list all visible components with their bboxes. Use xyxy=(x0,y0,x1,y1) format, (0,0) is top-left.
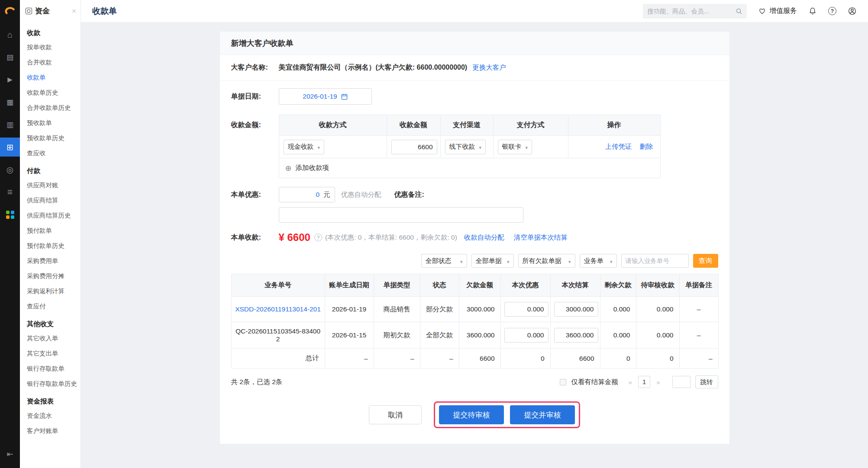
payment-method-select[interactable]: 现金收款 xyxy=(284,140,325,154)
discount-line1: 元 优惠自动分配 优惠备注: xyxy=(279,187,523,202)
sidebar-item[interactable]: 供应商对账 xyxy=(27,178,81,193)
close-icon[interactable] xyxy=(72,7,76,15)
prev-page-button[interactable]: « xyxy=(627,378,633,386)
query-button[interactable]: 查询 xyxy=(693,254,718,268)
total-settle: 6600 xyxy=(550,349,600,369)
biz-no-text: QC-20260115103545-834002 xyxy=(231,322,325,349)
col-header: 本次结算 xyxy=(550,274,600,297)
chevron-down-icon xyxy=(460,257,463,265)
page-jump-input[interactable] xyxy=(672,376,691,388)
cell-remain: 0.000 xyxy=(600,322,636,349)
group-title-reports: 资金报表 xyxy=(27,397,81,406)
module-title: 资金 xyxy=(35,6,50,16)
change-customer-link[interactable]: 更换大客户 xyxy=(472,63,506,72)
sidebar-item-active[interactable]: 收款单 xyxy=(27,70,81,85)
page-number[interactable]: 1 xyxy=(638,376,650,388)
payment-type-select[interactable]: 银联卡 xyxy=(498,140,532,154)
sidebar-item[interactable]: 合并收款单历史 xyxy=(27,100,81,115)
settled-only-label: 仅看有结算金额 xyxy=(571,378,618,387)
logo-swoosh-icon xyxy=(4,5,16,16)
settled-only-checkbox[interactable] xyxy=(560,379,566,385)
settings-icon[interactable] xyxy=(0,183,20,202)
sidebar-item[interactable]: 银行存取款单历史 xyxy=(27,376,81,391)
global-search[interactable] xyxy=(643,4,747,19)
biz-filter-select[interactable]: 业务单 xyxy=(580,254,617,268)
search-icon[interactable] xyxy=(736,8,742,15)
next-page-button[interactable]: » xyxy=(655,378,661,386)
account-button[interactable] xyxy=(848,6,857,16)
document-date-input[interactable]: 2026-01-19 xyxy=(279,88,372,105)
sidebar-item[interactable]: 采购费用单 xyxy=(27,253,81,269)
col-header: 业务单号 xyxy=(231,274,325,297)
add-payment-label: 添加收款项 xyxy=(296,163,329,173)
goods-icon[interactable] xyxy=(0,48,20,67)
module-icon xyxy=(26,8,32,14)
clear-settlement-link[interactable]: 清空单据本次结算 xyxy=(514,233,568,242)
group-title-payments: 付款 xyxy=(27,167,81,176)
sidebar-item[interactable]: 资金流水 xyxy=(27,408,81,423)
sidebar-item[interactable]: 其它支出单 xyxy=(27,346,81,361)
status-filter-select[interactable]: 全部状态 xyxy=(421,254,467,268)
sidebar-item[interactable]: 采购费用分摊 xyxy=(27,269,81,284)
sidebar-item[interactable]: 供应商结算历史 xyxy=(27,208,81,223)
media-icon[interactable] xyxy=(0,70,20,89)
chevron-down-icon xyxy=(318,143,320,151)
debt-filter-select[interactable]: 所有欠款单据 xyxy=(518,254,575,268)
sidebar-item[interactable]: 预收款单 xyxy=(27,115,81,131)
filter-row: 全部状态 全部单据 所有欠款单据 业务单 查询 xyxy=(220,247,729,274)
search-input[interactable] xyxy=(647,8,732,15)
orders-icon[interactable] xyxy=(0,93,20,112)
question-circle-icon[interactable] xyxy=(314,234,322,241)
biz-no-link[interactable]: XSDD-20260119113014-201 xyxy=(235,305,321,313)
analytics-icon[interactable] xyxy=(0,160,20,179)
row-settle-input[interactable] xyxy=(554,302,598,317)
home-icon[interactable] xyxy=(0,25,20,44)
sidebar-item[interactable]: 合并收款 xyxy=(27,55,81,70)
auto-allocate-link[interactable]: 收款自动分配 xyxy=(464,233,504,242)
row-settle-input[interactable] xyxy=(554,328,598,343)
sidebar-item[interactable]: 供应商结算 xyxy=(27,193,81,208)
cell-pending: 0.000 xyxy=(636,297,679,322)
payment-amount-input[interactable] xyxy=(391,140,437,154)
page-jump-button[interactable]: 跳转 xyxy=(695,375,718,388)
discount-amount-input[interactable] xyxy=(284,191,324,199)
sidebar-item[interactable]: 查应收 xyxy=(27,146,81,161)
col-header: 单据备注 xyxy=(679,274,718,297)
add-payment-button[interactable]: 添加收款项 xyxy=(284,163,656,173)
upload-voucher-link[interactable]: 上传凭证 xyxy=(605,142,632,151)
sidebar-item[interactable]: 预付款单 xyxy=(27,223,81,238)
notifications-button[interactable] xyxy=(808,7,817,16)
col-header: 剩余欠款 xyxy=(600,274,636,297)
payment-channel-select[interactable]: 线下收款 xyxy=(445,140,486,154)
col-header: 状态 xyxy=(420,274,459,297)
sidebar-item[interactable]: 银行存取款单 xyxy=(27,361,81,376)
bell-icon xyxy=(808,7,817,16)
table-row: XSDD-20260119113014-201 2026-01-19 商品销售 … xyxy=(231,297,718,322)
biz-no-input[interactable] xyxy=(621,254,689,268)
row-discount-input[interactable] xyxy=(504,328,549,343)
sidebar-item[interactable]: 按单收款 xyxy=(27,40,81,55)
delete-link[interactable]: 删除 xyxy=(640,142,653,151)
sidebar-item[interactable]: 预付款单历史 xyxy=(27,238,81,253)
discount-remark-input[interactable] xyxy=(279,207,523,223)
total-discount: 0 xyxy=(500,349,550,369)
help-icon[interactable] xyxy=(828,7,836,15)
sidebar-item[interactable]: 查应付 xyxy=(27,299,81,314)
row-discount-input[interactable] xyxy=(504,302,549,317)
table-footer: 共 2条，已选 2条 仅看有结算金额 « 1 » 跳转 xyxy=(231,369,718,395)
collapse-icon[interactable] xyxy=(0,445,20,464)
cancel-button[interactable]: 取消 xyxy=(369,405,422,424)
sidebar-item[interactable]: 采购返利计算 xyxy=(27,284,81,299)
sidebar-item[interactable]: 其它收入单 xyxy=(27,331,81,346)
sidebar-item[interactable]: 收款单历史 xyxy=(27,85,81,100)
sidebar-item[interactable]: 预收款单历史 xyxy=(27,131,81,146)
value-added-services-button[interactable]: 增值服务 xyxy=(758,6,797,16)
submit-pending-button[interactable]: 提交待审核 xyxy=(439,405,504,424)
sidebar-item[interactable]: 客户对账单 xyxy=(27,423,81,439)
discount-label: 本单优惠: xyxy=(231,187,279,223)
doc-filter-select[interactable]: 全部单据 xyxy=(471,254,514,268)
apps-icon[interactable] xyxy=(0,205,20,224)
bills-icon[interactable] xyxy=(0,115,20,134)
submit-and-audit-button[interactable]: 提交并审核 xyxy=(510,405,575,424)
funds-icon[interactable] xyxy=(0,138,20,157)
